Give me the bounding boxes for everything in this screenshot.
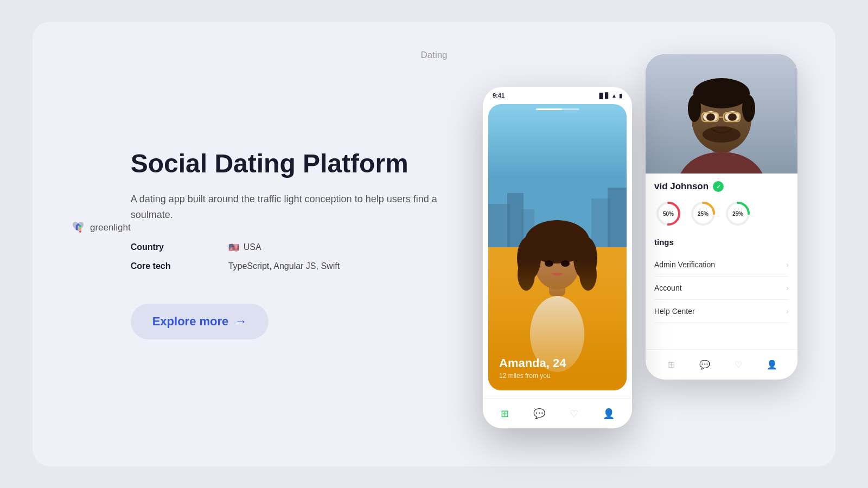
flag-icon: 🇺🇸	[228, 242, 239, 253]
battery-front-icon: ▮	[619, 93, 622, 99]
description: A dating app built around the traffic li…	[131, 191, 456, 223]
svg-point-1	[79, 228, 81, 230]
country-text: USA	[244, 242, 261, 252]
front-phone-bottom-nav: ⊞ 💬 ♡ 👤	[483, 398, 632, 428]
explore-more-button[interactable]: Explore more →	[131, 304, 269, 339]
settings-title: tings	[654, 237, 789, 247]
settings-item-account[interactable]: Account ›	[654, 277, 789, 300]
main-card: greenlight Dating Social Dating Platform…	[33, 22, 835, 466]
progress-label-orange: 25%	[698, 211, 709, 217]
svg-point-7	[693, 78, 750, 108]
man-portrait	[646, 54, 797, 174]
grid-nav-icon[interactable]: ⊞	[665, 359, 677, 371]
tech-label: Core tech	[131, 261, 207, 271]
svg-rect-25	[488, 204, 510, 247]
profile-name-row: vid Johnson ✓	[654, 181, 789, 192]
settings-admin-label: Admin Verification	[654, 260, 715, 269]
dating-card: Amanda, 24 12 miles from you	[488, 104, 627, 390]
chat-nav-icon[interactable]: 💬	[699, 359, 711, 371]
progress-row: 50% 25%	[654, 200, 789, 228]
card-progress-bar	[536, 108, 579, 110]
heart-front-nav-icon[interactable]: ♡	[570, 408, 578, 420]
settings-item-help[interactable]: Help Center ›	[654, 300, 789, 323]
svg-point-17	[703, 126, 741, 143]
svg-rect-29	[608, 188, 627, 247]
front-time: 9:41	[493, 92, 505, 99]
svg-rect-28	[591, 198, 610, 247]
signal-bars-icon: ▐▌▊	[597, 93, 609, 99]
svg-point-9	[742, 95, 755, 122]
logo-icon	[71, 220, 86, 235]
phone-front: 9:41 ▐▌▊ ▲ ▮	[483, 87, 632, 428]
country-row: Country 🇺🇸 USA	[131, 242, 483, 253]
svg-point-12	[706, 113, 715, 121]
svg-point-13	[728, 113, 737, 121]
phones-container: 9:41 ▐▌▊ ▲ ▮ 1/3 Edit	[483, 54, 797, 434]
front-status-bar: 9:41 ▐▌▊ ▲ ▮	[483, 92, 632, 99]
settings-account-label: Account	[654, 284, 682, 292]
tech-row: Core tech TypeScript, Angular JS, Swift	[131, 261, 483, 271]
chevron-right-icon: ›	[786, 260, 789, 269]
back-phone-bottom-nav: ⊞ 💬 ♡ 👤	[646, 349, 797, 380]
meta-table: Country 🇺🇸 USA Core tech TypeScript, Ang…	[131, 242, 483, 271]
settings-help-label: Help Center	[654, 307, 695, 316]
verified-badge: ✓	[713, 181, 724, 192]
country-label: Country	[131, 242, 207, 252]
heart-nav-icon[interactable]: ♡	[732, 359, 744, 371]
card-distance: 12 miles from you	[499, 372, 566, 380]
nav-dating-label: Dating	[420, 50, 447, 61]
chevron-right-icon-2: ›	[786, 284, 789, 292]
progress-circle-orange: 25%	[689, 200, 717, 228]
left-content: Social Dating Platform A dating app buil…	[131, 149, 483, 339]
svg-point-2	[79, 230, 81, 233]
logo-text: greenlight	[90, 222, 131, 233]
grid-front-nav-icon[interactable]: ⊞	[501, 408, 509, 420]
explore-label: Explore more	[152, 314, 229, 329]
progress-label-red: 50%	[663, 211, 674, 217]
settings-item-admin[interactable]: Admin Verification ›	[654, 253, 789, 277]
phone-back: 9:41 ▐▌▊ ▲ ▮ 1/3 Edit	[646, 54, 797, 380]
profile-header-image: 9:41 ▐▌▊ ▲ ▮ 1/3 Edit	[646, 54, 797, 174]
card-progress-fill	[536, 108, 562, 110]
settings-list: Admin Verification › Account › Help Cent…	[654, 253, 789, 323]
profile-name: vid Johnson	[654, 181, 709, 192]
tech-value: TypeScript, Angular JS, Swift	[228, 261, 340, 271]
country-value: 🇺🇸 USA	[228, 242, 261, 253]
chevron-right-icon-3: ›	[786, 307, 789, 316]
progress-circle-red: 50%	[654, 200, 682, 228]
chat-front-nav-icon[interactable]: 💬	[533, 408, 545, 420]
svg-point-0	[79, 225, 81, 227]
profile-nav-icon[interactable]: 👤	[766, 359, 778, 371]
progress-label-green: 25%	[732, 211, 743, 217]
back-phone-content: vid Johnson ✓ 50%	[646, 174, 797, 331]
main-title: Social Dating Platform	[131, 149, 483, 178]
wifi-front-icon: ▲	[611, 93, 617, 99]
front-status-icons: ▐▌▊ ▲ ▮	[597, 93, 622, 99]
logo: greenlight	[71, 220, 131, 235]
svg-point-8	[688, 95, 701, 122]
card-person-name: Amanda, 24	[499, 356, 566, 370]
card-info: Amanda, 24 12 miles from you	[499, 356, 566, 380]
arrow-icon: →	[235, 314, 247, 329]
progress-circle-green: 25%	[724, 200, 752, 228]
profile-front-nav-icon[interactable]: 👤	[603, 408, 615, 420]
